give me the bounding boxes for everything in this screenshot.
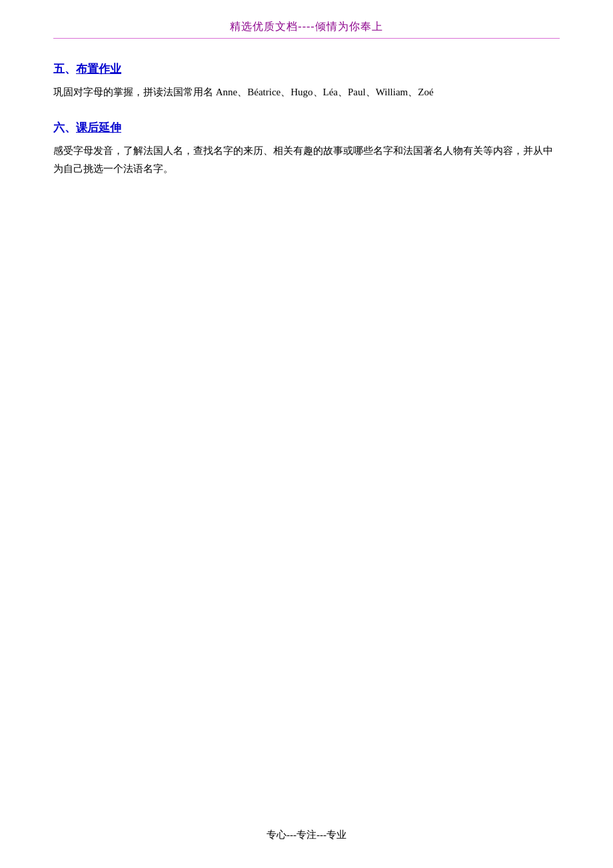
header-title: 精选优质文档----倾情为你奉上 [53,20,560,34]
section-6-title-text: 课后延伸 [76,121,121,134]
section-6-content: 感受字母发音，了解法国人名，查找名字的来历、相关有趣的故事或哪些名字和法国著名人… [53,142,560,178]
section-5-block: 五、布置作业 巩固对字母的掌握，拼读法国常用名 Anne、Béatrice、Hu… [53,61,560,101]
section-5-content: 巩固对字母的掌握，拼读法国常用名 Anne、Béatrice、Hugo、Léa、… [53,83,560,101]
header-section: 精选优质文档----倾情为你奉上 [53,20,560,43]
header-divider [53,38,560,39]
section-5-title: 五、布置作业 [53,61,560,77]
section-6-block: 六、课后延伸 感受字母发音，了解法国人名，查找名字的来历、相关有趣的故事或哪些名… [53,120,560,178]
section-5-title-text: 布置作业 [76,63,121,75]
section-5-number: 五、 [53,63,76,75]
footer-text: 专心---专注---专业 [0,829,613,841]
section-6-title: 六、课后延伸 [53,120,560,135]
page-container: 精选优质文档----倾情为你奉上 五、布置作业 巩固对字母的掌握，拼读法国常用名… [0,0,613,868]
footer-section: 专心---专注---专业 [0,829,613,841]
section-6-number: 六、 [53,121,76,134]
